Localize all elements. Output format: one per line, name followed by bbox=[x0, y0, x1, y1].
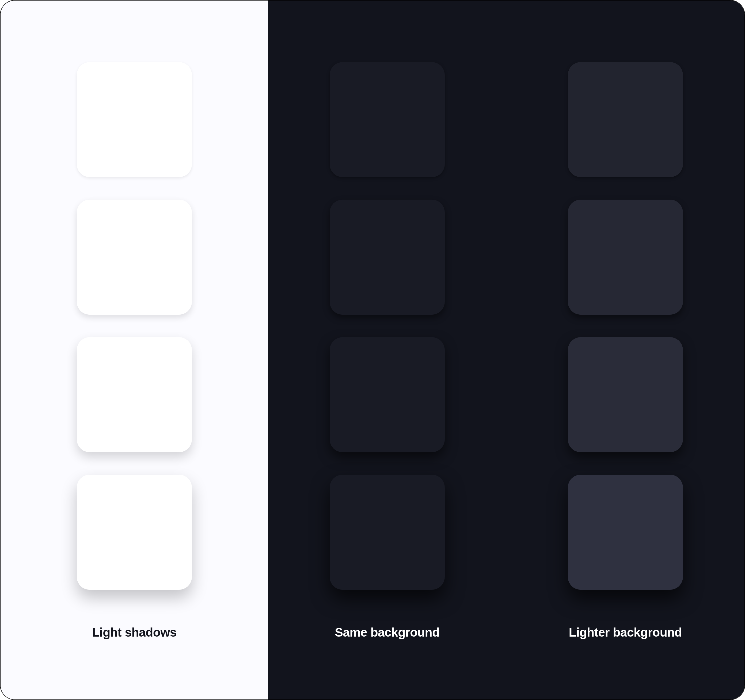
column-same-background: Same background bbox=[330, 62, 445, 640]
swatch-light-1 bbox=[77, 62, 192, 177]
column-light-shadows: Light shadows bbox=[77, 62, 192, 640]
swatch-light-2 bbox=[77, 200, 192, 315]
swatch-light-4 bbox=[77, 475, 192, 590]
column-lighter-background: Lighter background bbox=[568, 62, 683, 640]
swatch-lighter-3 bbox=[568, 337, 683, 452]
caption-same-background: Same background bbox=[335, 625, 440, 640]
panel-dark: Same background Lighter background bbox=[268, 0, 745, 700]
swatch-same-3 bbox=[330, 337, 445, 452]
caption-lighter-background: Lighter background bbox=[569, 625, 682, 640]
swatch-light-3 bbox=[77, 337, 192, 452]
shadow-comparison-diagram: Light shadows Same background Lighter ba… bbox=[0, 0, 745, 700]
swatch-lighter-2 bbox=[568, 200, 683, 315]
swatch-same-2 bbox=[330, 200, 445, 315]
swatch-same-1 bbox=[330, 62, 445, 177]
swatch-same-4 bbox=[330, 475, 445, 590]
swatch-lighter-1 bbox=[568, 62, 683, 177]
swatch-lighter-4 bbox=[568, 475, 683, 590]
caption-light-shadows: Light shadows bbox=[92, 625, 177, 640]
panel-light: Light shadows bbox=[0, 0, 268, 700]
